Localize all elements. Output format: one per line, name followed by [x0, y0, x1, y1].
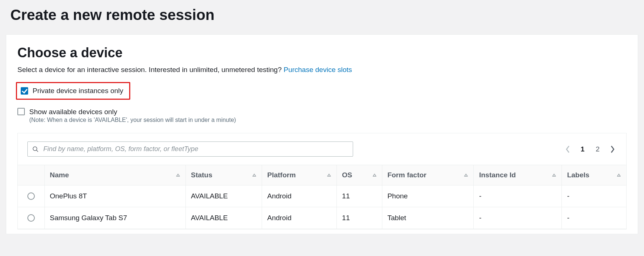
svg-marker-7	[553, 174, 556, 176]
col-name-label: Name	[50, 171, 69, 179]
private-only-highlight: Private device instances only	[16, 82, 130, 100]
table-row[interactable]: OnePlus 8T AVAILABLE Android 11 Phone - …	[18, 185, 626, 207]
available-only-row: Show available devices only (Note: When …	[17, 105, 627, 126]
col-platform-label: Platform	[267, 171, 296, 179]
cell-os: 11	[337, 185, 382, 207]
sort-icon	[176, 173, 180, 177]
device-table: Name Status Platform OS Form factor Inst…	[18, 165, 626, 229]
cell-status: AVAILABLE	[185, 185, 262, 207]
col-instanceid[interactable]: Instance Id	[474, 165, 562, 185]
col-os[interactable]: OS	[337, 165, 382, 185]
sort-icon	[617, 173, 621, 177]
cell-formfactor: Tablet	[382, 207, 474, 229]
panel-description: Select a device for an interactive sessi…	[17, 66, 627, 74]
col-formfactor[interactable]: Form factor	[382, 165, 474, 185]
col-status-label: Status	[191, 171, 212, 179]
cell-name: OnePlus 8T	[44, 185, 185, 207]
pagination: 1 2	[564, 145, 617, 153]
cell-labels: -	[562, 185, 626, 207]
svg-marker-6	[464, 174, 467, 176]
page-number-1[interactable]: 1	[578, 145, 587, 153]
available-only-checkbox[interactable]	[17, 108, 25, 115]
cell-platform: Android	[262, 185, 336, 207]
sort-icon	[552, 173, 556, 177]
col-instanceid-label: Instance Id	[479, 171, 516, 179]
cell-platform: Android	[262, 207, 336, 229]
purchase-device-slots-link[interactable]: Purchase device slots	[284, 66, 352, 74]
cell-status: AVAILABLE	[185, 207, 262, 229]
cell-os: 11	[337, 207, 382, 229]
col-status[interactable]: Status	[185, 165, 262, 185]
cell-labels: -	[562, 207, 626, 229]
page-next-button[interactable]	[608, 145, 617, 153]
col-platform[interactable]: Platform	[262, 165, 336, 185]
search-icon	[32, 146, 39, 153]
row-select-radio[interactable]	[27, 214, 35, 222]
table-row[interactable]: Samsung Galaxy Tab S7 AVAILABLE Android …	[18, 207, 626, 229]
col-formfactor-label: Form factor	[388, 171, 427, 179]
device-table-container: 1 2 Name Status Platform OS Form facto	[17, 133, 627, 229]
col-labels[interactable]: Labels	[562, 165, 626, 185]
cell-name: Samsung Galaxy Tab S7	[44, 207, 185, 229]
sort-icon	[464, 173, 468, 177]
svg-marker-3	[253, 174, 256, 176]
svg-marker-4	[328, 174, 331, 176]
svg-marker-5	[373, 174, 376, 176]
col-labels-label: Labels	[567, 171, 589, 179]
available-only-label: Show available devices only	[29, 108, 236, 116]
svg-line-1	[36, 150, 38, 152]
col-select	[18, 165, 44, 185]
svg-marker-8	[617, 174, 620, 176]
page-number-2[interactable]: 2	[593, 145, 602, 153]
sort-icon	[252, 173, 256, 177]
page-title: Create a new remote session	[0, 0, 644, 34]
chevron-right-icon	[610, 145, 615, 153]
svg-point-0	[33, 147, 37, 151]
panel-description-text: Select a device for an interactive sessi…	[17, 66, 284, 74]
cell-instanceid: -	[474, 185, 562, 207]
search-input[interactable]	[43, 145, 348, 153]
cell-instanceid: -	[474, 207, 562, 229]
chevron-left-icon	[565, 145, 570, 153]
svg-marker-2	[177, 174, 180, 176]
table-toolbar: 1 2	[18, 133, 626, 165]
row-select-radio[interactable]	[27, 192, 35, 200]
page-prev-button[interactable]	[564, 145, 572, 153]
search-field[interactable]	[27, 141, 353, 157]
col-os-label: OS	[342, 171, 352, 179]
col-name[interactable]: Name	[44, 165, 185, 185]
private-only-label: Private device instances only	[33, 87, 123, 95]
available-only-note: (Note: When a device is 'AVAILABLE', you…	[29, 117, 236, 123]
private-only-checkbox[interactable]	[21, 87, 28, 95]
cell-formfactor: Phone	[382, 185, 474, 207]
sort-icon	[372, 173, 377, 177]
panel-heading: Choose a device	[17, 45, 627, 61]
sort-icon	[327, 173, 331, 177]
choose-device-panel: Choose a device Select a device for an i…	[6, 34, 638, 234]
